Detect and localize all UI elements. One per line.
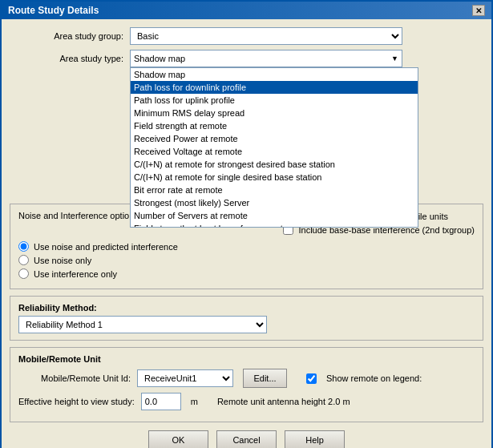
antenna-height-text: Remote unit antenna height 2.0 m: [217, 397, 350, 406]
use-interference-only-row: Use interference only: [18, 268, 475, 279]
mobile-id-row: Mobile/Remote Unit Id: ReceiveUnit1 Edit…: [18, 369, 475, 388]
button-row: OK Cancel Help: [10, 430, 483, 448]
mobile-id-select[interactable]: ReceiveUnit1: [137, 369, 233, 387]
route-study-details-window: Route Study Details ✕ Area study group: …: [0, 0, 493, 448]
close-button[interactable]: ✕: [472, 5, 485, 16]
title-bar-controls: ✕: [472, 5, 485, 16]
area-study-group-select[interactable]: Basic: [130, 27, 402, 45]
area-study-type-select[interactable]: Shadow map ▼: [130, 50, 402, 67]
dropdown-item-num-servers[interactable]: Number of Servers at remote: [131, 209, 418, 222]
dropdown-item-ber-remote[interactable]: Bit error rate at remote: [131, 184, 418, 196]
dropdown-item-ci-strongest[interactable]: C/(I+N) at remote for strongest desired …: [131, 158, 418, 171]
show-legend-checkbox[interactable]: [306, 373, 317, 384]
use-noise-predicted-radio[interactable]: [18, 241, 29, 252]
dropdown-item-shadow-map[interactable]: Shadow map: [131, 68, 418, 81]
use-interference-only-radio[interactable]: [18, 268, 29, 279]
dropdown-item-received-power[interactable]: Received Power at remote: [131, 132, 418, 145]
effective-height-input[interactable]: [141, 393, 181, 410]
effective-height-row: Effective height to view study: m Remote…: [18, 393, 475, 410]
reliability-method-select[interactable]: Reliability Method 1: [18, 316, 267, 333]
area-study-type-dropdown-list[interactable]: Shadow map Path loss for downlink profil…: [130, 67, 418, 228]
ok-button[interactable]: OK: [148, 430, 208, 448]
dropdown-item-min-rms[interactable]: Minimum RMS delay spread: [131, 107, 418, 119]
effective-height-label: Effective height to view study:: [18, 397, 135, 406]
area-study-type-row: Area study type: Shadow map ▼ Shadow map…: [10, 50, 483, 67]
height-unit: m: [191, 397, 198, 406]
use-noise-predicted-row: Use noise and predicted interference: [18, 241, 475, 252]
dropdown-item-path-loss-down[interactable]: Path loss for downlink profile: [131, 81, 418, 94]
use-noise-only-label: Use noise only: [34, 256, 91, 265]
dropdown-item-ci-single[interactable]: C/(I+N) at remote for single desired bas…: [131, 171, 418, 184]
mobile-remote-title: Mobile/Remote Unit: [18, 354, 475, 364]
show-legend-label: Show remote on legend:: [326, 373, 422, 383]
title-bar: Route Study Details ✕: [2, 2, 491, 19]
dropdown-item-path-loss-up[interactable]: Path loss for uplink profile: [131, 94, 418, 107]
area-study-group-row: Area study group: Basic: [10, 27, 483, 45]
dropdown-item-field-strength-best[interactable]: Field strength at best base from remote: [131, 222, 418, 228]
edit-button[interactable]: Edit...: [243, 369, 287, 388]
cancel-button[interactable]: Cancel: [216, 430, 277, 448]
help-button[interactable]: Help: [285, 430, 345, 448]
dropdown-item-field-strength[interactable]: Field strength at remote: [131, 119, 418, 132]
dropdown-item-strongest-server[interactable]: Strongest (most likely) Server: [131, 196, 418, 209]
use-noise-predicted-label: Use noise and predicted interference: [34, 242, 178, 252]
area-study-group-label: Area study group:: [10, 31, 130, 41]
reliability-section: Reliability Method: Reliability Method 1: [10, 296, 483, 341]
mobile-remote-section: Mobile/Remote Unit Mobile/Remote Unit Id…: [10, 347, 483, 422]
mobile-id-label: Mobile/Remote Unit Id:: [18, 373, 131, 383]
dropdown-item-received-voltage[interactable]: Received Voltage at remote: [131, 145, 418, 158]
area-study-type-label: Area study type:: [10, 54, 130, 63]
use-noise-only-radio[interactable]: [18, 255, 29, 265]
use-interference-only-label: Use interference only: [34, 269, 117, 279]
use-noise-only-row: Use noise only: [18, 255, 475, 265]
window-title: Route Study Details: [8, 5, 99, 16]
reliability-title: Reliability Method:: [18, 303, 475, 313]
chevron-down-icon: ▼: [391, 54, 398, 63]
area-study-type-value: Shadow map: [134, 54, 185, 63]
